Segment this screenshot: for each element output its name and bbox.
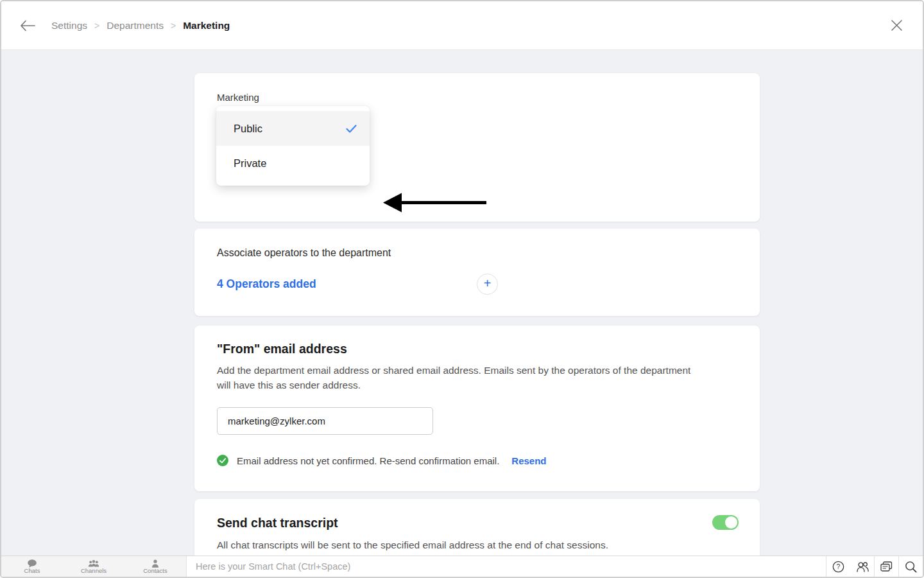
settings-content: Marketing Public Private Associate opera… bbox=[1, 50, 923, 556]
breadcrumb-settings[interactable]: Settings bbox=[51, 20, 87, 31]
toggle-knob bbox=[725, 516, 737, 529]
email-address-input[interactable] bbox=[217, 407, 433, 435]
annotation-arrow-icon bbox=[383, 193, 486, 213]
resend-link[interactable]: Resend bbox=[511, 455, 546, 466]
help-icon: ? bbox=[832, 561, 844, 573]
tab-channels-label: Channels bbox=[81, 568, 107, 574]
smart-chat-area bbox=[187, 556, 826, 577]
department-visibility-card: Marketing Public Private bbox=[194, 73, 760, 222]
transcript-toggle[interactable] bbox=[712, 515, 739, 530]
search-icon bbox=[905, 561, 917, 573]
breadcrumb-current-marketing: Marketing bbox=[183, 20, 230, 31]
back-arrow-icon bbox=[20, 20, 35, 31]
header-bar: Settings > Departments > Marketing bbox=[1, 1, 923, 50]
transcript-description: All chat transcripts will be sent to the… bbox=[217, 538, 705, 552]
selected-check-icon bbox=[346, 125, 357, 133]
help-button[interactable]: ? bbox=[826, 556, 850, 577]
department-name-label: Marketing bbox=[217, 92, 259, 103]
back-button[interactable] bbox=[20, 19, 37, 32]
transcript-title: Send chat transcript bbox=[217, 516, 338, 530]
operators-added-link[interactable]: 4 Operators added bbox=[217, 277, 316, 291]
breadcrumb-separator-icon: > bbox=[94, 21, 99, 31]
breadcrumb-departments[interactable]: Departments bbox=[107, 20, 164, 31]
app-window: Settings > Departments > Marketing Marke… bbox=[0, 0, 924, 578]
close-icon bbox=[891, 20, 902, 31]
close-button[interactable] bbox=[889, 19, 903, 33]
success-check-icon bbox=[217, 455, 228, 466]
dropdown-option-public[interactable]: Public bbox=[216, 111, 370, 146]
confirmation-status-text: Email address not yet confirmed. Re-send… bbox=[237, 455, 499, 466]
svg-text:?: ? bbox=[837, 563, 841, 570]
associate-operators-card: Associate operators to the department 4 … bbox=[194, 229, 760, 316]
chat-transcript-card: Send chat transcript All chat transcript… bbox=[194, 499, 760, 556]
option-label: Private bbox=[234, 157, 266, 170]
search-button[interactable] bbox=[899, 556, 923, 577]
visibility-dropdown: Public Private bbox=[216, 106, 370, 186]
from-email-description: Add the department email address or shar… bbox=[217, 363, 692, 392]
operators-icon bbox=[855, 561, 869, 572]
from-email-card: "From" email address Add the department … bbox=[194, 326, 760, 491]
tab-chats-label: Chats bbox=[24, 568, 40, 574]
plus-icon: + bbox=[484, 276, 492, 291]
stacked-cards-icon bbox=[880, 561, 893, 572]
operators-card-title: Associate operators to the department bbox=[217, 247, 391, 259]
from-email-title: "From" email address bbox=[217, 342, 347, 356]
bottom-tabs: Chats Channels Contacts bbox=[1, 556, 187, 577]
breadcrumb-separator-icon: > bbox=[171, 21, 176, 31]
tab-channels[interactable]: Channels bbox=[63, 556, 124, 577]
email-confirmation-row: Email address not yet confirmed. Re-send… bbox=[217, 455, 547, 466]
tab-contacts[interactable]: Contacts bbox=[124, 556, 186, 577]
smart-chat-input[interactable] bbox=[194, 561, 826, 572]
option-label: Public bbox=[234, 123, 262, 135]
widgets-button[interactable] bbox=[875, 556, 898, 577]
dropdown-option-private[interactable]: Private bbox=[216, 146, 370, 180]
operators-online-button[interactable] bbox=[850, 556, 874, 577]
breadcrumb: Settings > Departments > Marketing bbox=[51, 20, 230, 31]
tab-contacts-label: Contacts bbox=[143, 568, 167, 574]
bottom-bar-icons: ? bbox=[826, 556, 923, 577]
bottom-bar: Chats Channels Contacts bbox=[1, 556, 923, 577]
tab-chats[interactable]: Chats bbox=[1, 556, 63, 577]
add-operator-button[interactable]: + bbox=[477, 274, 498, 295]
